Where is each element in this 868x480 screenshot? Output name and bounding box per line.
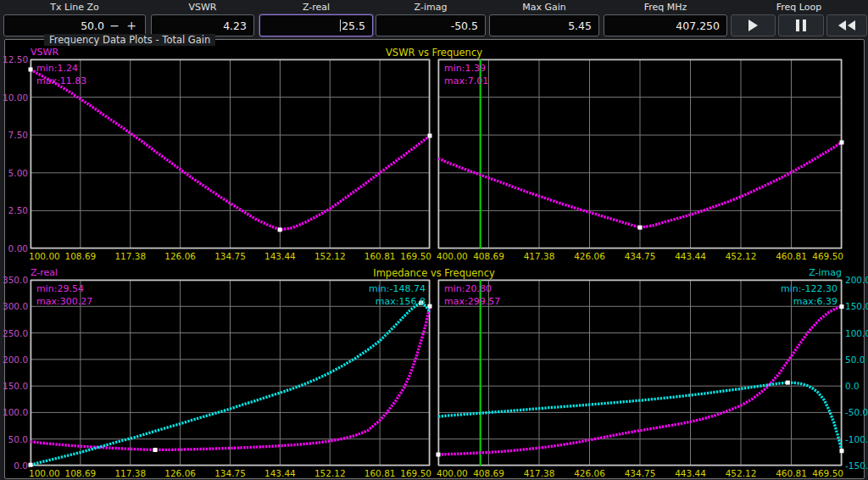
increment-button[interactable]: + xyxy=(125,16,138,35)
freq-mhz-field[interactable]: 407.250 xyxy=(604,14,727,36)
toolbar: Tx Line Zo 50.0 − + VSWR 4.23 Z-real 25.… xyxy=(0,0,868,37)
y-tick-label: -150.0 xyxy=(845,460,868,471)
app-window: Tx Line Zo 50.0 − + VSWR 4.23 Z-real 25.… xyxy=(0,0,868,480)
y-tick-label: 10.00 xyxy=(3,92,28,103)
series-axis-label: Z-imag xyxy=(757,268,842,278)
y-tick-label: 200.0 xyxy=(845,275,868,285)
z-real-field[interactable]: 25.5 xyxy=(259,14,373,36)
x-tick-label: 169.50 xyxy=(392,251,431,261)
x-tick-label: 443.44 xyxy=(671,251,710,261)
x-tick-label: 108.69 xyxy=(61,251,100,261)
x-tick-label: 134.75 xyxy=(211,251,250,261)
data-marker xyxy=(29,67,33,71)
x-tick-label: 143.44 xyxy=(260,251,299,261)
y-tick-label: 2.50 xyxy=(3,205,28,215)
x-tick-label: 417.38 xyxy=(520,251,559,261)
y-tick-label: 50.0 xyxy=(3,434,28,444)
freq-mhz-label: Freq MHz xyxy=(604,2,727,13)
x-tick-label: 143.44 xyxy=(260,468,299,478)
y-tick-label: 50.0 xyxy=(845,354,868,365)
y-tick-label: 0.0 xyxy=(845,381,868,391)
tx-line-zo-value: 50.0 xyxy=(81,20,104,32)
rewind-icon xyxy=(837,20,856,31)
series-minmax-legend: min:1.39max:7.01 xyxy=(444,62,488,87)
chart-vswr-low[interactable] xyxy=(31,59,430,248)
data-marker xyxy=(153,448,158,452)
series-minmax-legend: min:-148.74max:156.8 xyxy=(324,282,426,308)
x-tick-label: 126.06 xyxy=(161,251,200,261)
vswr-label: VSWR xyxy=(151,2,254,13)
max-gain-group: Max Gain 5.45 xyxy=(489,0,599,36)
pause-button[interactable] xyxy=(778,14,824,36)
y-tick-label: 150.0 xyxy=(3,381,28,391)
chart-row-title: Impedance vs Frequency xyxy=(264,268,604,278)
series-minmax-legend: min:1.24max:11.83 xyxy=(36,62,86,87)
y-tick-label: -50.0 xyxy=(845,407,868,417)
data-marker xyxy=(428,134,432,138)
chart-row-title: VSWR vs Frequency xyxy=(264,47,604,58)
data-marker xyxy=(840,140,844,144)
x-tick-label: 108.69 xyxy=(61,468,100,478)
y-tick-label: 0.0 xyxy=(3,460,28,471)
x-tick-label: 443.44 xyxy=(671,468,710,478)
y-tick-label: 150.0 xyxy=(845,301,868,311)
vswr-value: 4.23 xyxy=(223,20,247,32)
y-tick-label: 350.0 xyxy=(3,275,28,285)
data-marker xyxy=(840,304,844,309)
y-tick-label: 100.0 xyxy=(3,407,28,417)
x-tick-label: 434.75 xyxy=(620,251,659,261)
data-marker xyxy=(840,449,844,453)
z-imag-field[interactable]: -50.5 xyxy=(376,14,486,36)
x-tick-label: 408.69 xyxy=(470,251,509,261)
freq-loop-label: Freq Loop xyxy=(731,2,867,13)
x-tick-label: 434.75 xyxy=(620,468,659,478)
y-tick-label: 300.0 xyxy=(3,301,28,311)
pause-icon xyxy=(794,20,808,31)
freq-mhz-value: 407.250 xyxy=(676,20,720,32)
x-tick-label: 426.06 xyxy=(570,468,609,478)
y-tick-label: 250.0 xyxy=(3,328,28,338)
text-caret xyxy=(340,20,341,31)
x-tick-label: 152.12 xyxy=(310,251,349,261)
series-minmax-legend: min:-122.30max:6.39 xyxy=(736,282,837,308)
z-imag-label: Z-imag xyxy=(376,2,486,13)
x-tick-label: 452.12 xyxy=(721,468,760,478)
x-tick-label: 117.38 xyxy=(111,251,150,261)
freq-loop-group: Freq Loop xyxy=(731,0,867,36)
x-tick-label: 469.50 xyxy=(804,251,843,261)
y-tick-label: 12.50 xyxy=(3,54,28,64)
max-gain-field[interactable]: 5.45 xyxy=(489,14,599,36)
y-tick-label: 100.0 xyxy=(845,328,868,338)
play-icon xyxy=(748,20,758,31)
y-tick-label: 200.0 xyxy=(3,354,28,365)
series-axis-label: Z-real xyxy=(31,268,132,278)
play-button[interactable] xyxy=(731,14,776,36)
x-tick-label: 169.50 xyxy=(392,468,431,478)
freq-mhz-group: Freq MHz 407.250 xyxy=(604,0,727,36)
series-minmax-legend: min:29.54max:300.27 xyxy=(36,282,92,308)
chart-vswr-high[interactable] xyxy=(438,59,842,248)
z-real-label: Z-real xyxy=(259,2,373,13)
plots-area: VSWR vs FrequencyImpedance vs Frequency1… xyxy=(5,40,863,477)
tx-line-zo-label: Tx Line Zo xyxy=(3,2,146,13)
max-gain-value: 5.45 xyxy=(568,20,592,32)
max-gain-label: Max Gain xyxy=(489,2,599,13)
decrement-button[interactable]: − xyxy=(108,16,121,35)
data-marker xyxy=(278,227,282,232)
data-marker xyxy=(29,463,33,467)
x-tick-label: 117.38 xyxy=(111,468,150,478)
data-marker xyxy=(786,381,790,385)
data-marker xyxy=(638,226,643,230)
x-tick-label: 452.12 xyxy=(721,251,760,261)
series-axis-label: VSWR xyxy=(31,47,132,58)
y-tick-label: 0.00 xyxy=(3,243,28,254)
x-tick-label: 134.75 xyxy=(211,468,250,478)
z-real-group: Z-real 25.5 xyxy=(259,0,373,36)
y-tick-label: 5.00 xyxy=(3,168,28,178)
x-tick-label: 126.06 xyxy=(161,468,200,478)
y-tick-label: -100.0 xyxy=(845,434,868,444)
group-title: Frequency Data Plots - Total Gain xyxy=(44,34,215,46)
rewind-button[interactable] xyxy=(826,14,867,36)
vswr-group: VSWR 4.23 xyxy=(151,0,254,36)
z-real-value: 25.5 xyxy=(342,20,365,32)
